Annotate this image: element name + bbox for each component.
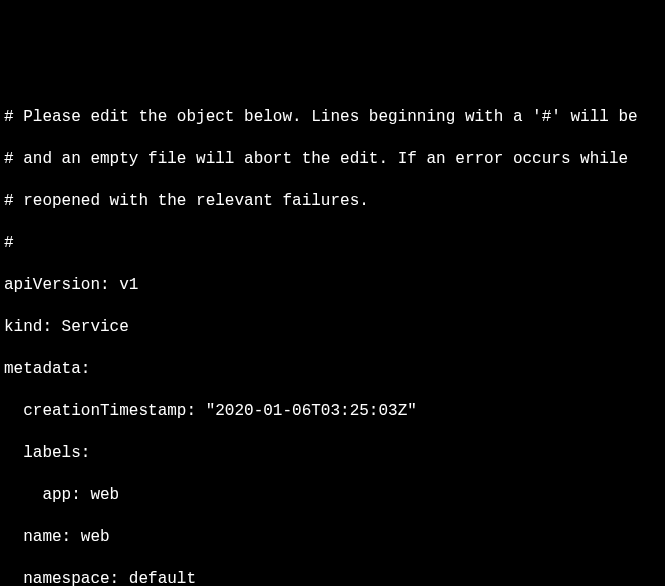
comment-line: # reopened with the relevant failures. xyxy=(4,191,661,212)
yaml-line: labels: xyxy=(4,443,661,464)
comment-line: # and an empty file will abort the edit.… xyxy=(4,149,661,170)
yaml-line: creationTimestamp: "2020-01-06T03:25:03Z… xyxy=(4,401,661,422)
yaml-line: metadata: xyxy=(4,359,661,380)
comment-line: # Please edit the object below. Lines be… xyxy=(4,107,661,128)
comment-line: # xyxy=(4,233,661,254)
yaml-line: apiVersion: v1 xyxy=(4,275,661,296)
terminal-editor[interactable]: # Please edit the object below. Lines be… xyxy=(4,86,661,586)
yaml-line: name: web xyxy=(4,527,661,548)
yaml-line: namespace: default xyxy=(4,569,661,586)
yaml-line: kind: Service xyxy=(4,317,661,338)
yaml-line: app: web xyxy=(4,485,661,506)
